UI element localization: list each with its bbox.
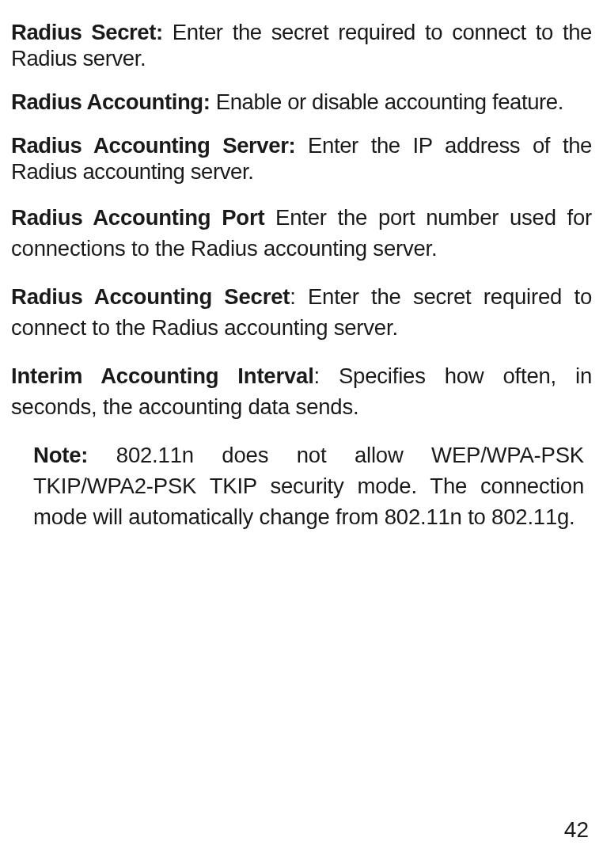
- definition-radius-accounting-secret: Radius Accounting Secret: Enter the secr…: [11, 281, 592, 343]
- definition-label: Radius Accounting Port: [11, 205, 264, 230]
- definition-radius-accounting-server: Radius Accounting Server: Enter the IP a…: [11, 132, 592, 185]
- definition-radius-secret: Radius Secret: Enter the secret required…: [11, 19, 592, 71]
- definition-text: Enable or disable accounting feature.: [216, 89, 563, 114]
- definition-label: Radius Accounting:: [11, 89, 210, 114]
- note-paragraph: Note: 802.11n does not allow WEP/WPA-PSK…: [33, 440, 584, 532]
- note-label: Note:: [33, 443, 88, 467]
- document-content: Radius Secret: Enter the secret required…: [0, 19, 603, 532]
- definition-label: Radius Accounting Server:: [11, 133, 295, 158]
- note-text: 802.11n does not allow WEP/WPA-PSK TKIP/…: [33, 443, 584, 529]
- note-block: Note: 802.11n does not allow WEP/WPA-PSK…: [11, 440, 592, 532]
- page-number: 42: [564, 817, 589, 843]
- definition-label: Radius Secret:: [11, 20, 163, 44]
- definition-radius-accounting-port: Radius Accounting Port Enter the port nu…: [11, 202, 592, 264]
- definition-label: Interim Accounting Interval: [11, 364, 314, 388]
- definition-interim-accounting-interval: Interim Accounting Interval: Specifies h…: [11, 360, 592, 422]
- definition-radius-accounting: Radius Accounting: Enable or disable acc…: [11, 89, 592, 115]
- definition-label: Radius Accounting Secret: [11, 284, 290, 309]
